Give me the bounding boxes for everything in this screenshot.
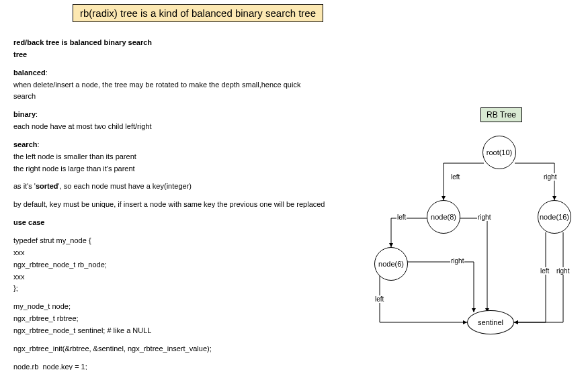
balanced-line: balanced: bbox=[13, 68, 363, 78]
usecase-label: use case bbox=[13, 218, 363, 228]
binary-label: binary bbox=[13, 110, 36, 118]
code-line: node.rb_node.key = 1; bbox=[13, 362, 363, 370]
edge-label-left: left bbox=[450, 173, 460, 181]
balanced-desc1: when delete/insert a node, the tree may … bbox=[13, 80, 363, 90]
sorted-line: as it's 'sorted', so each node must have… bbox=[13, 181, 363, 191]
tree-node-16: node(16) bbox=[538, 200, 571, 234]
code-line: xxx bbox=[13, 248, 363, 258]
rb-tree-diagram: RB Tree left right left right left right… bbox=[370, 101, 585, 369]
edge-label-left: left bbox=[540, 267, 550, 275]
balanced-label: balanced bbox=[13, 68, 46, 77]
sorted-word: sorted bbox=[36, 182, 58, 190]
search-label: search bbox=[13, 140, 37, 148]
tree-node-6: node(6) bbox=[374, 247, 408, 281]
edge-label-right: right bbox=[450, 257, 464, 265]
search-desc2: the right node is large than it's parent bbox=[13, 164, 363, 174]
tree-node-8: node(8) bbox=[427, 200, 460, 234]
code-line: ngx_rbtree_node_t rb_node; bbox=[13, 260, 363, 270]
binary-desc: each node have at most two child left/ri… bbox=[13, 122, 363, 132]
code-line: ngx_rbtree_t rbtree; bbox=[13, 314, 363, 324]
tree-node-root: root(10) bbox=[482, 136, 516, 169]
search-desc1: the left node is smaller than its parent bbox=[13, 152, 363, 162]
code-line: ngx_rbtree_init(&rbtree, &sentinel, ngx_… bbox=[13, 344, 363, 354]
title-banner: rb(radix) tree is a kind of balanced bin… bbox=[73, 4, 323, 22]
heading-line2: tree bbox=[13, 50, 363, 60]
code-line: xxx bbox=[13, 272, 363, 282]
code-line: ngx_rbtree_node_t sentinel; # like a NUL… bbox=[13, 326, 363, 336]
balanced-desc2: search bbox=[13, 91, 363, 101]
heading: red/back tree is balanced binary search bbox=[13, 38, 363, 48]
search-line: search: bbox=[13, 140, 363, 150]
unique-line: by default, key must be unique, if inser… bbox=[13, 199, 363, 210]
description-text: red/back tree is balanced binary search … bbox=[13, 38, 363, 370]
edge-label-right: right bbox=[556, 267, 570, 275]
binary-line: binary: bbox=[13, 109, 363, 120]
code-line: }; bbox=[13, 283, 363, 293]
edge-label-left: left bbox=[374, 295, 384, 303]
code-line: typedef strut my_node { bbox=[13, 236, 363, 246]
code-line: my_node_t node; bbox=[13, 302, 363, 312]
edge-label-right: right bbox=[543, 173, 557, 181]
edge-label-right: right bbox=[477, 214, 491, 221]
tree-node-sentinel: sentinel bbox=[467, 310, 514, 334]
edge-label-left: left bbox=[396, 214, 407, 221]
